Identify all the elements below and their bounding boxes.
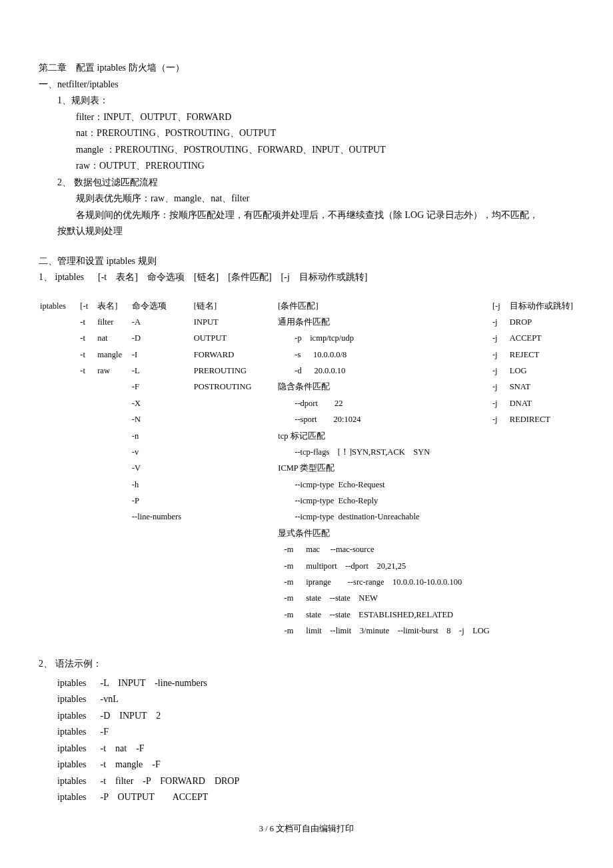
cell — [39, 428, 79, 444]
cell — [131, 607, 193, 623]
cell — [491, 574, 508, 590]
cell — [193, 509, 277, 525]
table-row: -m multiport --dport 20,21,25 — [39, 558, 574, 574]
cell — [39, 330, 79, 346]
mangle-chains: mangle ：PREROUTING、POSTROUTING、FORWARD、I… — [39, 142, 574, 159]
cell — [193, 574, 277, 590]
cell — [193, 525, 277, 541]
cell: -j — [491, 363, 508, 379]
cell — [131, 590, 193, 606]
cmd-header-cmd: iptables — [39, 298, 79, 314]
cell — [491, 493, 508, 509]
raw-chains: raw：OUTPUT、PREROUTING — [39, 158, 574, 175]
cell: 显式条件匹配 — [277, 525, 491, 541]
cell: 隐含条件匹配 — [277, 379, 491, 395]
cell — [96, 460, 131, 476]
table-row: -tfilter-AINPUT通用条件匹配-jDROP — [39, 314, 574, 330]
cell — [193, 444, 277, 460]
cell — [491, 477, 508, 493]
page-footer: 3 / 6 文档可自由编辑打印 — [39, 822, 574, 837]
cell: -D — [131, 330, 193, 346]
cell — [39, 444, 79, 460]
cell: -t — [79, 363, 96, 379]
cell — [491, 607, 508, 623]
cell: -m state --state NEW — [277, 590, 491, 606]
cell: REJECT — [508, 347, 574, 363]
cmd-header-opt: 命令选项 — [131, 298, 193, 314]
cell — [39, 411, 79, 427]
cell — [39, 558, 79, 574]
cell — [491, 428, 508, 444]
cell: DNAT — [508, 395, 574, 411]
cell — [508, 574, 574, 590]
cell — [508, 525, 574, 541]
cell: INPUT — [193, 314, 277, 330]
cell — [131, 558, 193, 574]
cell — [39, 607, 79, 623]
cell: REDIRECT — [508, 411, 574, 427]
cell — [491, 623, 508, 639]
cell: -F — [131, 379, 193, 395]
cell — [39, 477, 79, 493]
cell — [39, 347, 79, 363]
cell: -j — [491, 314, 508, 330]
cell: -j — [491, 347, 508, 363]
cmd-header-tname: 表名] — [96, 298, 131, 314]
cell: -t — [79, 330, 96, 346]
cell — [79, 590, 96, 606]
cmd-header-targ: 目标动作或跳转] — [508, 298, 574, 314]
cell — [79, 428, 96, 444]
cell: nat — [96, 330, 131, 346]
cell — [491, 509, 508, 525]
example-line: iptables -t nat -F — [39, 741, 574, 757]
cell — [79, 541, 96, 557]
cell: -j — [491, 411, 508, 427]
cell — [131, 525, 193, 541]
cmd-header-chain: [链名] — [193, 298, 277, 314]
filter-chains: filter：INPUT、OUTPUT、FORWARD — [39, 109, 574, 126]
table-row: -traw-LPREROUTING -d 20.0.0.10-jLOG — [39, 363, 574, 379]
cell: -L — [131, 363, 193, 379]
cell — [131, 623, 193, 639]
cell: -n — [131, 428, 193, 444]
cell — [193, 558, 277, 574]
cell — [193, 541, 277, 557]
cell: OUTPUT — [193, 330, 277, 346]
cell — [131, 541, 193, 557]
cell — [79, 460, 96, 476]
cell: -m state --state ESTABLISHED,RELATED — [277, 607, 491, 623]
cell: --icmp-type Echo-Request — [277, 477, 491, 493]
examples-heading: 2、 语法示例： — [39, 656, 574, 673]
cell — [193, 623, 277, 639]
table-row: -m mac --mac-source — [39, 541, 574, 557]
cell: PREROUTING — [193, 363, 277, 379]
section-a-item1-label: 1、规则表： — [39, 93, 574, 109]
cell — [96, 574, 131, 590]
cell — [508, 444, 574, 460]
cell — [96, 607, 131, 623]
cell: -m multiport --dport 20,21,25 — [277, 558, 491, 574]
cell — [96, 444, 131, 460]
cmd-header-jflag: [-j — [491, 298, 508, 314]
rule-priority-b: 按默认规则处理 — [39, 223, 574, 240]
cell — [193, 460, 277, 476]
cell — [491, 444, 508, 460]
table-row: -h --icmp-type Echo-Request — [39, 477, 574, 493]
example-line: iptables -vnL — [39, 691, 574, 708]
cell — [39, 525, 79, 541]
cell — [508, 623, 574, 639]
cell: -N — [131, 411, 193, 427]
cell — [39, 314, 79, 330]
cell — [491, 541, 508, 557]
cell — [96, 623, 131, 639]
cell — [39, 541, 79, 557]
cell — [79, 411, 96, 427]
cell — [39, 363, 79, 379]
cell — [508, 460, 574, 476]
nat-chains: nat：PREROUTING、POSTROUTING、OUTPUT — [39, 125, 574, 142]
cell — [79, 509, 96, 525]
cell: SNAT — [508, 379, 574, 395]
cell — [96, 590, 131, 606]
cell — [193, 428, 277, 444]
cell — [96, 428, 131, 444]
